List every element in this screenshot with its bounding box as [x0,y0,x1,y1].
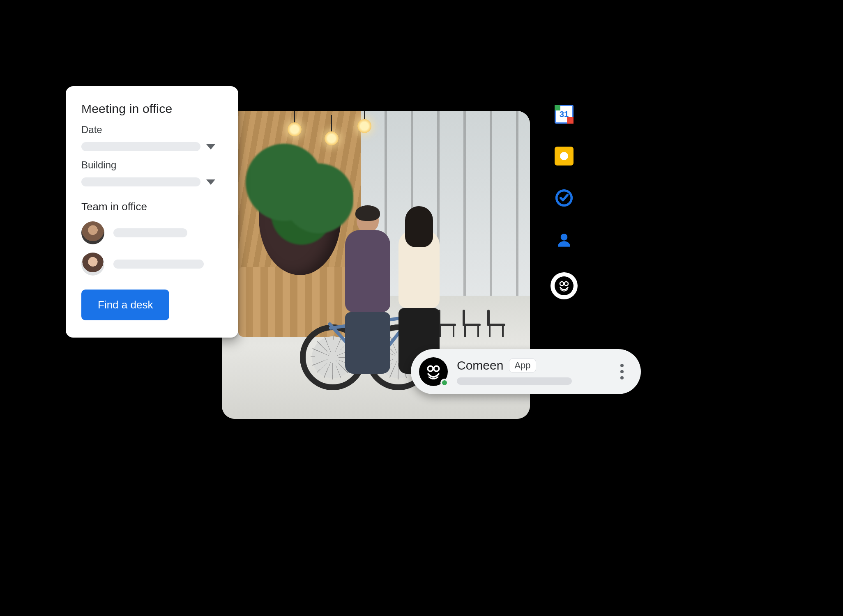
team-member-row [81,253,223,276]
meeting-in-office-card: Meeting in office Date Building Team in … [66,86,238,338]
comeen-app-icon[interactable] [550,272,578,299]
chat-avatar [419,357,448,386]
building-value-placeholder [81,177,200,186]
svg-point-4 [428,366,433,371]
building-dropdown[interactable] [81,177,223,186]
chat-message-placeholder [457,377,572,385]
svg-point-2 [560,282,564,285]
chevron-down-icon [206,144,215,149]
chat-app-name: Comeen [457,359,503,372]
svg-point-1 [561,234,568,241]
google-side-panel: 31 [550,105,578,299]
svg-point-3 [564,282,568,285]
date-label: Date [81,124,223,136]
comeen-chat-card[interactable]: Comeen App [411,349,641,394]
google-tasks-icon[interactable] [555,188,574,207]
date-value-placeholder [81,142,200,151]
svg-point-5 [434,366,439,371]
card-title: Meeting in office [81,102,223,116]
google-contacts-icon[interactable] [555,230,574,249]
find-a-desk-button[interactable]: Find a desk [81,290,169,320]
date-dropdown[interactable] [81,142,223,151]
team-member-row [81,221,223,244]
app-badge: App [509,359,536,372]
avatar [81,253,104,276]
team-section-title: Team in office [81,200,223,213]
avatar [81,221,104,244]
presence-active-indicator [440,379,449,387]
team-name-placeholder [113,260,204,269]
google-calendar-icon[interactable]: 31 [555,105,574,124]
team-name-placeholder [113,228,187,237]
google-keep-icon[interactable] [555,147,574,165]
more-options-button[interactable] [617,361,627,383]
building-label: Building [81,159,223,171]
calendar-day-number: 31 [560,110,569,119]
chevron-down-icon [206,179,215,185]
